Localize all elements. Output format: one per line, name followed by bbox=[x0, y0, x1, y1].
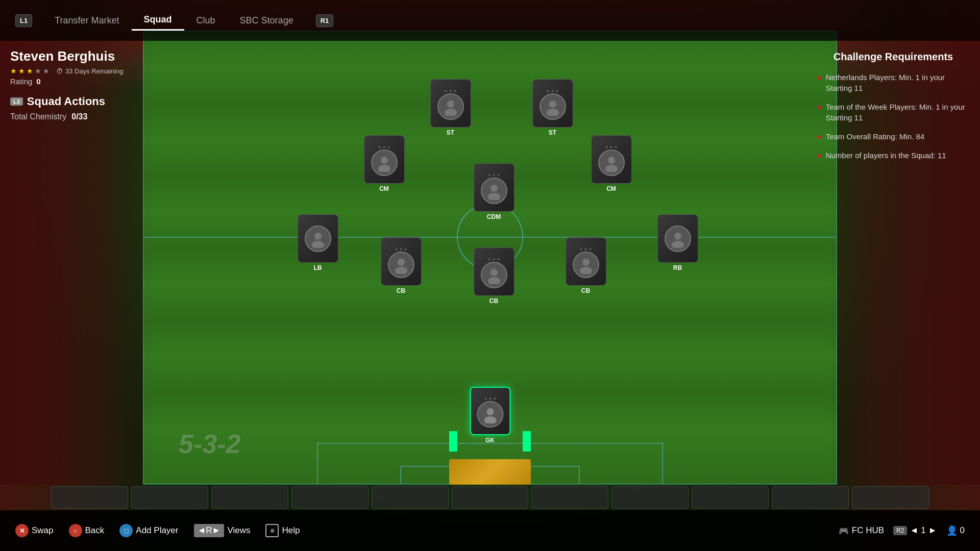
requirement-4: ● Number of players in the Squad: 11 bbox=[817, 150, 970, 161]
slot-10 bbox=[772, 486, 849, 509]
l1-button[interactable]: L1 bbox=[15, 14, 32, 27]
card-position-cm-right: CM bbox=[606, 185, 616, 192]
svg-point-19 bbox=[672, 241, 684, 248]
swap-label: Swap bbox=[32, 525, 54, 536]
card-position-st-left: ST bbox=[447, 129, 454, 136]
views-action[interactable]: ◄R► Views bbox=[194, 524, 251, 537]
svg-point-21 bbox=[484, 416, 496, 423]
card-stars-cb-left: ★★★ bbox=[395, 247, 407, 252]
left-panel: Steven Berghuis ★ ★ ★ ★ ★ ⏱ 33 Days Rema… bbox=[0, 41, 148, 129]
o-button[interactable]: ○ bbox=[69, 524, 82, 537]
card-body-st-left[interactable]: ★★★ bbox=[430, 79, 471, 128]
slot-7 bbox=[531, 486, 608, 509]
svg-point-4 bbox=[381, 157, 388, 164]
req-text-4: Number of players in the Squad: 11 bbox=[826, 150, 946, 161]
bottom-actions: ✕ Swap ○ Back □ Add Player ◄R► Views ≡ H… bbox=[15, 524, 839, 537]
help-action[interactable]: ≡ Help bbox=[265, 524, 300, 537]
card-body-cm-right[interactable]: ★★★ bbox=[591, 135, 632, 184]
r1-button[interactable]: R1 bbox=[316, 14, 334, 27]
card-body-cm-left[interactable]: ★★★ bbox=[364, 135, 405, 184]
card-position-cb-left: CB bbox=[397, 287, 405, 294]
player-count-badge: 👤 0 bbox=[946, 525, 965, 536]
svg-point-14 bbox=[491, 269, 498, 276]
card-body-cb-center[interactable]: ★★★ bbox=[474, 247, 514, 296]
center-line bbox=[144, 237, 836, 238]
tab-sbc-storage[interactable]: SBC Storage bbox=[228, 11, 306, 30]
gk-platform bbox=[449, 459, 531, 485]
card-position-rb: RB bbox=[673, 264, 682, 271]
card-stars-cm-left: ★★★ bbox=[378, 145, 390, 149]
player-card-cdm[interactable]: ★★★ CDM bbox=[472, 163, 516, 220]
rating-value: 0 bbox=[36, 77, 40, 86]
player-card-cb-center[interactable]: ★★★ CB bbox=[472, 247, 516, 305]
gk-bracket-right bbox=[523, 431, 531, 452]
player-card-lb[interactable]: LB bbox=[296, 214, 339, 271]
player-card-cm-right[interactable]: ★★★ CM bbox=[590, 135, 633, 192]
arrow-right-icon: ► bbox=[928, 525, 937, 536]
swap-action[interactable]: ✕ Swap bbox=[15, 524, 54, 537]
timer-icon: ⏱ bbox=[56, 67, 63, 75]
svg-point-20 bbox=[486, 408, 494, 415]
player-card-rb[interactable]: RB bbox=[656, 214, 699, 271]
player-card-cm-left[interactable]: ★★★ CM bbox=[362, 135, 406, 192]
card-body-cb-left[interactable]: ★★★ bbox=[381, 237, 422, 286]
arrow-left-icon: ◄ bbox=[910, 525, 918, 536]
slot-6 bbox=[452, 486, 529, 509]
card-body-rb[interactable] bbox=[657, 214, 698, 263]
tab-squad[interactable]: Squad bbox=[132, 10, 184, 31]
bottom-right: 🎮 FC HUB R2 ◄ 1 ► 👤 0 bbox=[839, 525, 965, 536]
svg-point-11 bbox=[312, 241, 324, 248]
star-2: ★ bbox=[18, 67, 25, 75]
card-position-cb-center: CB bbox=[489, 297, 498, 305]
svg-point-12 bbox=[398, 259, 405, 266]
card-body-gk[interactable]: ★★★ bbox=[470, 387, 510, 435]
sq-button[interactable]: □ bbox=[119, 524, 133, 537]
menu-button[interactable]: ≡ bbox=[265, 524, 279, 537]
card-stars-cb-right: ★★★ bbox=[579, 247, 592, 252]
x-button[interactable]: ✕ bbox=[15, 524, 29, 537]
svg-point-10 bbox=[314, 233, 322, 240]
card-position-cb-right: CB bbox=[581, 287, 590, 294]
r2-count-badge: R2 ◄ 1 ► bbox=[893, 525, 937, 536]
card-body-cdm[interactable]: ★★★ bbox=[474, 163, 514, 212]
slot-3 bbox=[211, 486, 288, 509]
fc-hub-label: FC HUB bbox=[852, 525, 884, 536]
slot-4 bbox=[291, 486, 369, 509]
player-card-cb-left[interactable]: ★★★ CB bbox=[379, 237, 423, 294]
r-button[interactable]: ◄R► bbox=[194, 524, 225, 537]
timer-badge: ⏱ 33 Days Remaining bbox=[56, 67, 123, 75]
star-4: ★ bbox=[35, 67, 41, 75]
card-avatar-st-right bbox=[540, 93, 566, 120]
r2-badge: R2 bbox=[893, 526, 907, 535]
player-name: Steven Berghuis bbox=[10, 48, 138, 64]
player-card-st-left[interactable]: ★★★ ST bbox=[429, 79, 472, 136]
tab-transfer-market[interactable]: Transfer Market bbox=[42, 11, 131, 30]
player-card-cb-right[interactable]: ★★★ CB bbox=[564, 237, 607, 294]
back-action[interactable]: ○ Back bbox=[69, 524, 105, 537]
count1-value: 1 bbox=[921, 525, 925, 536]
svg-point-5 bbox=[378, 165, 390, 172]
card-avatar-cb-center bbox=[481, 262, 507, 288]
svg-point-3 bbox=[547, 109, 559, 116]
player-card-st-right[interactable]: ★★★ ST bbox=[531, 79, 574, 136]
svg-point-0 bbox=[447, 101, 454, 108]
slot-1 bbox=[51, 486, 128, 509]
tab-club[interactable]: Club bbox=[184, 11, 228, 30]
card-avatar-cm-right bbox=[598, 149, 625, 176]
slot-2 bbox=[131, 486, 208, 509]
card-body-lb[interactable] bbox=[298, 214, 338, 263]
svg-point-7 bbox=[488, 193, 500, 200]
card-position-gk: GK bbox=[485, 437, 495, 444]
nav-tabs: Transfer Market Squad Club SBC Storage bbox=[42, 10, 305, 31]
card-body-st-right[interactable]: ★★★ bbox=[532, 79, 573, 128]
card-position-cdm: CDM bbox=[487, 213, 501, 220]
player-card-gk[interactable]: ★★★ GK bbox=[469, 387, 512, 444]
card-position-cm-left: CM bbox=[379, 185, 389, 192]
squad-actions-label[interactable]: Squad Actions bbox=[27, 95, 105, 108]
card-avatar-gk bbox=[477, 401, 503, 428]
gk-bracket-left bbox=[449, 431, 457, 452]
add-player-action[interactable]: □ Add Player bbox=[119, 524, 178, 537]
card-body-cb-right[interactable]: ★★★ bbox=[566, 237, 606, 286]
challenge-title: Challenge Requirements bbox=[817, 51, 970, 63]
chemistry-label: Total Chemistry bbox=[10, 112, 66, 121]
